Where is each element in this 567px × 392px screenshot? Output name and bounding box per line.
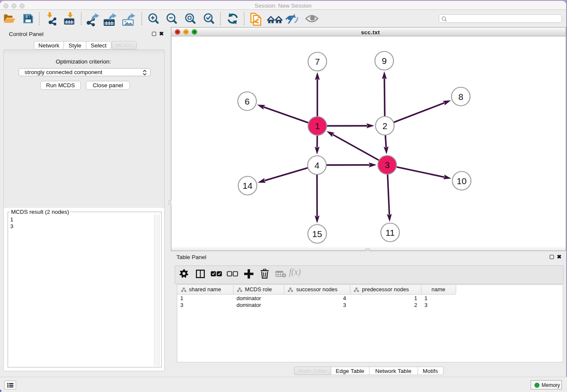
svg-text:6: 6 xyxy=(245,97,250,106)
svg-text:11: 11 xyxy=(385,228,395,237)
svg-text:3: 3 xyxy=(385,160,390,170)
svg-text:2: 2 xyxy=(383,121,388,131)
svg-text:7: 7 xyxy=(315,57,320,66)
svg-text:15: 15 xyxy=(312,229,322,239)
svg-text:4: 4 xyxy=(314,160,319,170)
svg-text:1: 1 xyxy=(315,121,320,131)
svg-text:8: 8 xyxy=(458,92,463,102)
svg-text:10: 10 xyxy=(457,176,466,186)
svg-text:14: 14 xyxy=(242,181,253,190)
svg-text:9: 9 xyxy=(382,56,387,66)
